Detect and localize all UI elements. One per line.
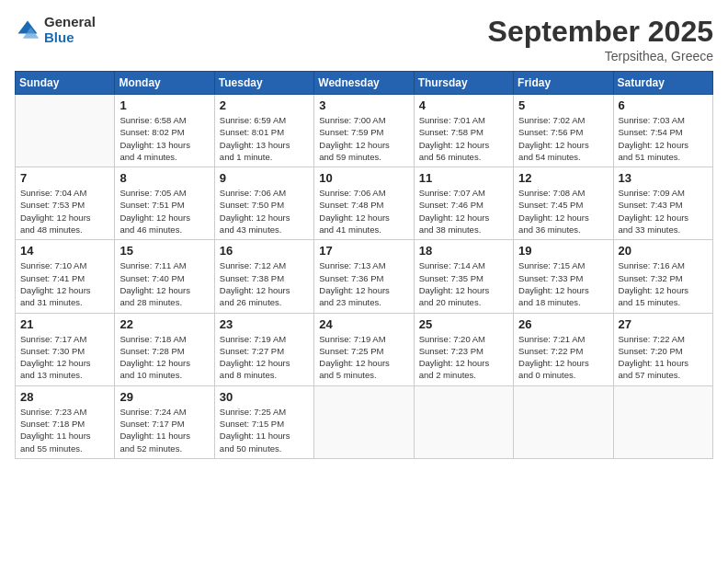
day-number: 4 — [419, 98, 508, 112]
calendar-cell: 26Sunrise: 7:21 AM Sunset: 7:22 PM Dayli… — [514, 313, 613, 385]
calendar-cell: 18Sunrise: 7:14 AM Sunset: 7:35 PM Dayli… — [414, 240, 513, 313]
calendar-cell: 17Sunrise: 7:13 AM Sunset: 7:36 PM Dayli… — [314, 240, 414, 313]
day-info: Sunrise: 7:13 AM Sunset: 7:36 PM Dayligh… — [319, 259, 408, 308]
weekday-header: Thursday — [414, 72, 513, 95]
location: Terpsithea, Greece — [488, 49, 713, 63]
day-info: Sunrise: 7:09 AM Sunset: 7:43 PM Dayligh… — [619, 187, 708, 236]
day-number: 18 — [419, 244, 508, 258]
day-number: 3 — [319, 98, 408, 112]
calendar-cell: 5Sunrise: 7:02 AM Sunset: 7:56 PM Daylig… — [514, 95, 613, 167]
day-number: 6 — [619, 98, 708, 112]
day-info: Sunrise: 7:24 AM Sunset: 7:17 PM Dayligh… — [119, 406, 209, 454]
calendar-cell: 8Sunrise: 7:05 AM Sunset: 7:51 PM Daylig… — [115, 167, 214, 240]
day-info: Sunrise: 7:16 AM Sunset: 7:32 PM Dayligh… — [619, 259, 708, 308]
day-number: 24 — [319, 317, 408, 331]
day-number: 26 — [518, 317, 608, 331]
day-info: Sunrise: 6:58 AM Sunset: 8:02 PM Dayligh… — [119, 114, 209, 163]
weekday-header: Saturday — [613, 72, 712, 95]
title-area: September 2025 Terpsithea, Greece — [488, 15, 713, 63]
calendar-cell — [613, 385, 712, 458]
calendar-header-row: SundayMondayTuesdayWednesdayThursdayFrid… — [16, 72, 713, 95]
day-info: Sunrise: 7:01 AM Sunset: 7:58 PM Dayligh… — [419, 114, 508, 163]
weekday-header: Friday — [514, 72, 613, 95]
day-number: 10 — [319, 171, 408, 185]
logo-blue: Blue — [44, 30, 96, 46]
calendar-cell: 20Sunrise: 7:16 AM Sunset: 7:32 PM Dayli… — [613, 240, 712, 313]
day-number: 25 — [419, 317, 508, 331]
weekday-header: Wednesday — [314, 72, 414, 95]
calendar-week-row: 21Sunrise: 7:17 AM Sunset: 7:30 PM Dayli… — [16, 313, 713, 385]
day-info: Sunrise: 7:18 AM Sunset: 7:28 PM Dayligh… — [119, 333, 209, 382]
calendar-cell: 28Sunrise: 7:23 AM Sunset: 7:18 PM Dayli… — [16, 385, 115, 458]
day-info: Sunrise: 7:23 AM Sunset: 7:18 PM Dayligh… — [20, 406, 109, 454]
day-info: Sunrise: 7:10 AM Sunset: 7:41 PM Dayligh… — [20, 259, 109, 308]
calendar-cell: 1Sunrise: 6:58 AM Sunset: 8:02 PM Daylig… — [115, 95, 214, 167]
day-number: 9 — [220, 171, 309, 185]
calendar-cell: 14Sunrise: 7:10 AM Sunset: 7:41 PM Dayli… — [16, 240, 115, 313]
day-number: 20 — [619, 244, 708, 258]
day-number: 5 — [518, 98, 608, 112]
day-number: 19 — [518, 244, 608, 258]
calendar-cell: 19Sunrise: 7:15 AM Sunset: 7:33 PM Dayli… — [514, 240, 613, 313]
day-info: Sunrise: 7:08 AM Sunset: 7:45 PM Dayligh… — [518, 187, 608, 236]
calendar-cell: 29Sunrise: 7:24 AM Sunset: 7:17 PM Dayli… — [115, 385, 214, 458]
calendar-cell: 16Sunrise: 7:12 AM Sunset: 7:38 PM Dayli… — [214, 240, 313, 313]
day-number: 15 — [119, 244, 209, 258]
calendar-cell: 6Sunrise: 7:03 AM Sunset: 7:54 PM Daylig… — [613, 95, 712, 167]
day-info: Sunrise: 7:17 AM Sunset: 7:30 PM Dayligh… — [20, 333, 109, 382]
calendar-cell: 9Sunrise: 7:06 AM Sunset: 7:50 PM Daylig… — [214, 167, 313, 240]
calendar-cell: 13Sunrise: 7:09 AM Sunset: 7:43 PM Dayli… — [613, 167, 712, 240]
day-info: Sunrise: 7:19 AM Sunset: 7:25 PM Dayligh… — [319, 333, 408, 382]
calendar-cell: 24Sunrise: 7:19 AM Sunset: 7:25 PM Dayli… — [314, 313, 414, 385]
day-number: 22 — [119, 317, 209, 331]
day-info: Sunrise: 7:20 AM Sunset: 7:23 PM Dayligh… — [419, 333, 508, 382]
calendar-week-row: 1Sunrise: 6:58 AM Sunset: 8:02 PM Daylig… — [16, 95, 713, 167]
day-info: Sunrise: 7:15 AM Sunset: 7:33 PM Dayligh… — [518, 259, 608, 308]
calendar-cell: 2Sunrise: 6:59 AM Sunset: 8:01 PM Daylig… — [214, 95, 313, 167]
calendar-cell — [414, 385, 513, 458]
calendar-cell: 21Sunrise: 7:17 AM Sunset: 7:30 PM Dayli… — [16, 313, 115, 385]
day-info: Sunrise: 7:06 AM Sunset: 7:50 PM Dayligh… — [220, 187, 309, 236]
day-number: 2 — [220, 98, 309, 112]
logo-icon — [15, 17, 40, 43]
day-info: Sunrise: 7:11 AM Sunset: 7:40 PM Dayligh… — [119, 259, 209, 308]
calendar-cell: 3Sunrise: 7:00 AM Sunset: 7:59 PM Daylig… — [314, 95, 414, 167]
calendar-cell: 25Sunrise: 7:20 AM Sunset: 7:23 PM Dayli… — [414, 313, 513, 385]
calendar-cell: 12Sunrise: 7:08 AM Sunset: 7:45 PM Dayli… — [514, 167, 613, 240]
day-number: 28 — [20, 390, 109, 404]
weekday-header: Tuesday — [214, 72, 313, 95]
calendar-cell — [514, 385, 613, 458]
day-number: 12 — [518, 171, 608, 185]
calendar-week-row: 14Sunrise: 7:10 AM Sunset: 7:41 PM Dayli… — [16, 240, 713, 313]
day-info: Sunrise: 7:02 AM Sunset: 7:56 PM Dayligh… — [518, 114, 608, 163]
day-number: 11 — [419, 171, 508, 185]
day-info: Sunrise: 7:05 AM Sunset: 7:51 PM Dayligh… — [119, 187, 209, 236]
weekday-header: Sunday — [16, 72, 115, 95]
day-number: 14 — [20, 244, 109, 258]
calendar-cell — [314, 385, 414, 458]
calendar-cell: 30Sunrise: 7:25 AM Sunset: 7:15 PM Dayli… — [214, 385, 313, 458]
day-number: 17 — [319, 244, 408, 258]
day-number: 16 — [220, 244, 309, 258]
calendar-week-row: 7Sunrise: 7:04 AM Sunset: 7:53 PM Daylig… — [16, 167, 713, 240]
calendar-cell: 4Sunrise: 7:01 AM Sunset: 7:58 PM Daylig… — [414, 95, 513, 167]
month-title: September 2025 — [488, 15, 713, 49]
day-number: 1 — [119, 98, 209, 112]
day-info: Sunrise: 7:25 AM Sunset: 7:15 PM Dayligh… — [220, 406, 309, 454]
day-info: Sunrise: 7:07 AM Sunset: 7:46 PM Dayligh… — [419, 187, 508, 236]
day-number: 21 — [20, 317, 109, 331]
calendar-cell: 7Sunrise: 7:04 AM Sunset: 7:53 PM Daylig… — [16, 167, 115, 240]
logo-general: General — [44, 15, 96, 30]
calendar-cell: 23Sunrise: 7:19 AM Sunset: 7:27 PM Dayli… — [214, 313, 313, 385]
calendar-cell: 15Sunrise: 7:11 AM Sunset: 7:40 PM Dayli… — [115, 240, 214, 313]
day-info: Sunrise: 7:06 AM Sunset: 7:48 PM Dayligh… — [319, 187, 408, 236]
day-info: Sunrise: 7:19 AM Sunset: 7:27 PM Dayligh… — [220, 333, 309, 382]
day-number: 29 — [119, 390, 209, 404]
calendar-cell: 10Sunrise: 7:06 AM Sunset: 7:48 PM Dayli… — [314, 167, 414, 240]
day-number: 30 — [220, 390, 309, 404]
day-info: Sunrise: 7:14 AM Sunset: 7:35 PM Dayligh… — [419, 259, 508, 308]
day-number: 27 — [619, 317, 708, 331]
page-header: General Blue September 2025 Terpsithea, … — [15, 15, 713, 63]
calendar-cell: 27Sunrise: 7:22 AM Sunset: 7:20 PM Dayli… — [613, 313, 712, 385]
day-info: Sunrise: 6:59 AM Sunset: 8:01 PM Dayligh… — [220, 114, 309, 163]
